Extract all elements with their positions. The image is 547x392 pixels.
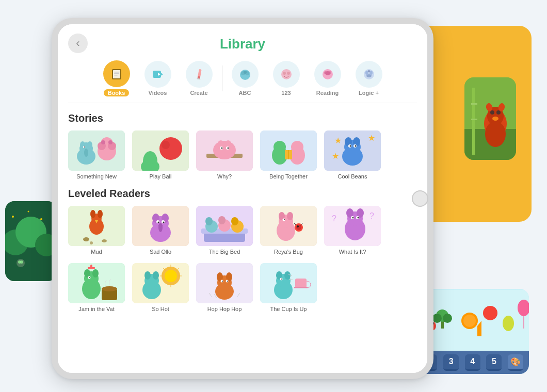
svg-point-131 [158, 223, 163, 232]
bg-left-app-card [5, 201, 57, 281]
book-hop-hop-hop[interactable]: Hop Hop Hop [196, 263, 253, 312]
book-something-new[interactable]: Something New [68, 130, 125, 179]
book-label-what-is-it: What Is It? [339, 249, 366, 255]
svg-point-67 [366, 74, 372, 77]
num-tile-extra[interactable]: 🎨 [508, 354, 523, 371]
cat-123[interactable]: 123 [266, 61, 307, 96]
book-label-why: Why? [217, 173, 232, 179]
svg-point-165 [358, 217, 359, 219]
svg-rect-69 [68, 130, 125, 171]
cat-reading[interactable]: Reading [307, 61, 348, 96]
book-sad-ollo[interactable]: Sad Ollo [132, 206, 189, 255]
svg-point-190 [144, 271, 151, 280]
back-button[interactable] [68, 34, 88, 53]
svg-point-32 [483, 306, 497, 320]
svg-point-120 [90, 210, 95, 218]
book-what-is-it[interactable]: ? ? What Is It? [324, 206, 381, 255]
svg-rect-176 [90, 265, 92, 269]
bg-right-animal-card [464, 77, 516, 160]
svg-point-151 [284, 219, 285, 220]
book-cover-cool-beans: ★ ★ ★ [324, 130, 381, 171]
svg-text:?: ? [332, 214, 336, 223]
svg-point-88 [162, 141, 170, 149]
svg-rect-45 [114, 75, 118, 76]
svg-point-82 [108, 140, 112, 144]
book-the-big-bed[interactable]: The Big Bed [196, 206, 253, 255]
svg-point-73 [87, 141, 92, 149]
svg-point-6 [20, 260, 23, 264]
svg-point-58 [287, 72, 290, 75]
num-tile-5[interactable]: 5 [486, 354, 502, 371]
book-label-reyas-bug: Reya's Bug [274, 249, 303, 255]
svg-point-33 [503, 316, 514, 331]
cat-books[interactable]: Books [96, 60, 137, 96]
book-cool-beans[interactable]: ★ ★ ★ Cool Beans [324, 130, 381, 179]
num-tile-4[interactable]: 4 [465, 354, 480, 371]
svg-rect-37 [477, 326, 481, 336]
svg-point-100 [274, 141, 286, 153]
book-cover-mud [68, 206, 125, 246]
cat-abc[interactable]: ABC [224, 61, 266, 96]
book-mud[interactable]: Mud [68, 206, 125, 255]
svg-rect-21 [471, 103, 477, 105]
svg-point-9 [40, 218, 42, 220]
book-play-ball[interactable]: Play Ball [132, 130, 189, 179]
book-cover-why [196, 130, 253, 171]
cat-logic[interactable]: Logic + [348, 61, 390, 96]
svg-point-200 [227, 281, 228, 282]
book-reyas-bug[interactable]: Reya's Bug [260, 206, 317, 255]
one23-label: 123 [281, 90, 291, 96]
create-icon [186, 61, 213, 88]
book-label-being-together: Being Together [269, 173, 308, 179]
book-cover-being-together [260, 130, 317, 171]
book-why[interactable]: Why? [196, 130, 253, 179]
svg-point-62 [325, 71, 330, 75]
stories-title: Stories [68, 112, 417, 124]
svg-rect-211 [295, 279, 307, 288]
category-bar: Books Videos [68, 60, 417, 103]
book-jam-in-the-vat[interactable]: Jam in the Vat [68, 263, 125, 312]
num-tile-3[interactable]: 3 [443, 354, 459, 371]
abc-icon [232, 61, 259, 88]
book-cover-hop-hop-hop [196, 263, 253, 303]
svg-point-8 [28, 211, 29, 213]
svg-rect-43 [114, 72, 119, 73]
svg-point-111 [350, 145, 351, 147]
book-label-so-hot: So Hot [152, 306, 169, 312]
svg-point-121 [98, 210, 103, 218]
book-the-cup-is-up[interactable]: The Cup Is Up [260, 263, 317, 312]
book-cover-play-ball [132, 130, 189, 171]
create-label: Create [190, 90, 207, 96]
videos-label: Videos [149, 90, 167, 96]
svg-rect-42 [113, 70, 120, 78]
svg-point-102 [291, 141, 303, 153]
svg-point-76 [84, 146, 85, 148]
home-button[interactable] [412, 190, 428, 207]
svg-point-81 [101, 140, 105, 144]
cat-videos[interactable]: Videos [137, 61, 179, 96]
svg-point-174 [89, 277, 90, 278]
library-screen: Library Books [58, 24, 427, 373]
stories-section: Stories [68, 112, 417, 179]
svg-point-57 [283, 72, 286, 75]
svg-rect-179 [132, 263, 189, 303]
videos-icon [144, 61, 171, 88]
books-icon [103, 60, 130, 87]
svg-point-7 [12, 216, 14, 218]
logic-label: Logic + [359, 90, 379, 96]
book-being-together[interactable]: Being Together [260, 130, 317, 179]
svg-point-28 [432, 314, 442, 323]
svg-rect-44 [114, 73, 119, 74]
svg-point-19 [485, 121, 506, 147]
svg-rect-20 [472, 88, 475, 155]
svg-point-178 [102, 286, 117, 291]
svg-point-16 [492, 117, 498, 121]
svg-point-124 [102, 239, 107, 242]
book-label-play-ball: Play Ball [150, 173, 172, 179]
cat-create[interactable]: Create [179, 61, 220, 96]
books-label: Books [104, 89, 130, 96]
leveled-grid-row2: Jam in the Vat [68, 263, 417, 312]
book-label-something-new: Something New [76, 173, 117, 179]
book-so-hot[interactable]: So Hot [132, 263, 189, 312]
svg-text:?: ? [369, 211, 374, 220]
